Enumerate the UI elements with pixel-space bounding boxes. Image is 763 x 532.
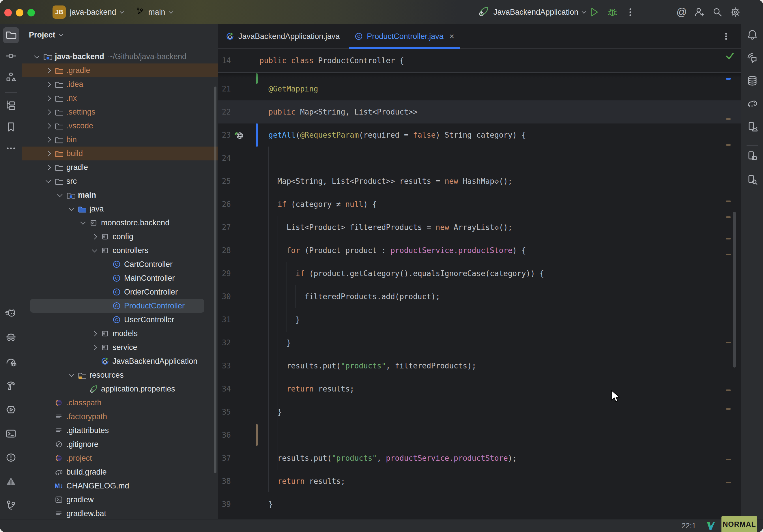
chevron-right-icon[interactable] [89,341,99,354]
tab-options-kebab-icon[interactable] [718,28,734,45]
tree-item-monostore-backend[interactable]: monostore.backend [22,216,218,230]
tree-item-service[interactable]: service [22,341,218,354]
tool-button-terminal[interactable] [3,426,19,442]
endpoint-globe-icon[interactable] [234,130,245,142]
tree-item--idea[interactable]: .idea [22,77,218,91]
chevron-down-icon[interactable] [78,216,88,230]
ai-assistant-button[interactable]: @ [674,4,690,20]
caret-position-widget[interactable]: 22:1 [681,521,696,530]
tree-item-application-properties[interactable]: application.properties [22,382,218,396]
tree-scrollbar[interactable] [214,86,216,473]
close-tab-icon[interactable]: × [449,32,455,41]
run-button[interactable] [587,4,602,20]
chevron-right-icon[interactable] [43,133,53,147]
branch-widget[interactable]: main [136,0,172,24]
vim-mode-badge[interactable]: NORMAL [721,516,757,532]
chevron-down-icon[interactable] [32,50,42,63]
tool-button-structure[interactable] [3,70,19,86]
chevron-right-icon[interactable] [89,327,99,341]
tree-item-resources[interactable]: resources [22,368,218,382]
inspections-ok-check-icon[interactable] [725,52,735,63]
zoom-window-button[interactable] [27,9,35,16]
tree-item-cartcontroller[interactable]: CCartController [22,257,218,271]
tree-item-controllers[interactable]: controllers [22,244,218,257]
chevron-right-icon[interactable] [43,105,53,119]
tree-item--gitignore[interactable]: .gitignore [22,437,218,451]
project-panel-header[interactable]: Project [29,31,62,40]
chevron-down-icon[interactable] [66,368,76,382]
tool-button-ai-cat[interactable] [3,306,19,323]
chevron-right-icon[interactable] [43,119,53,133]
ideavim-icon[interactable] [706,521,716,532]
tree-item--settings[interactable]: .settings [22,105,218,119]
chevron-right-icon[interactable] [43,147,53,160]
tree-item--classpath[interactable]: .classpath [22,396,218,410]
chevron-down-icon[interactable] [55,188,65,202]
tool-button-more-tools[interactable] [3,141,19,157]
tree-item-models[interactable]: models [22,327,218,341]
tree-item-javabackendapplication[interactable]: JavaBackendApplication [22,354,218,368]
tool-button-warnings[interactable] [3,474,19,490]
tree-item-gradle[interactable]: gradle [22,160,218,174]
tree-item-ordercontroller[interactable]: COrderController [22,285,218,299]
tool-button-device-manager[interactable] [744,119,760,136]
run-config-widget[interactable]: JavaBackendApplication [478,0,586,24]
tool-button-project[interactable] [3,27,19,43]
tree-item--project[interactable]: .project [22,451,218,465]
settings-button[interactable] [727,4,743,20]
tool-button-commit[interactable] [3,49,19,64]
tree-item-bin[interactable]: bin [22,133,218,147]
tool-button-gradle[interactable] [744,96,760,112]
tree-item-productcontroller[interactable]: CProductController [30,299,204,313]
chevron-right-icon[interactable] [43,91,53,105]
tool-button-database[interactable] [744,73,760,89]
tree-item--nx[interactable]: .nx [22,91,218,105]
tree-item--factorypath[interactable]: .factorypath [22,410,218,424]
tree-item-changelog-md[interactable]: M↓CHANGELOG.md [22,479,218,493]
search-everywhere-button[interactable] [709,4,725,20]
tool-button-services[interactable] [3,402,19,418]
tool-button-notifications[interactable] [744,27,760,44]
tree-item--gradle[interactable]: .gradle [22,63,218,77]
tool-button-profiler[interactable] [3,354,19,371]
tool-button-ai-assistant-tool[interactable] [744,51,760,67]
tool-button-build[interactable] [3,378,19,394]
tool-button-incognito[interactable] [3,330,19,347]
editor-tab-javabackendapplication-java[interactable]: JavaBackendApplication.java [218,24,347,49]
tree-item-src[interactable]: src [22,174,218,188]
editor-tab-productcontroller-java[interactable]: CProductController.java× [347,24,462,49]
tree-item-gradlew[interactable]: gradlew [22,493,218,507]
tool-button-problems[interactable] [3,450,19,466]
tree-item--vscode[interactable]: .vscode [22,119,218,133]
tree-item-main[interactable]: main [22,188,218,202]
editor-scrollbar[interactable] [733,212,736,368]
chevron-down-icon[interactable] [89,244,99,257]
project-widget[interactable]: java-backend [70,0,124,24]
tree-item-config[interactable]: config [22,230,218,244]
gutter-change-marker-brown[interactable] [256,424,258,446]
tool-button-bookmarks[interactable] [3,119,19,136]
minimize-window-button[interactable] [16,9,23,16]
tree-item-gradlew-bat[interactable]: gradlew.bat [22,507,218,519]
chevron-right-icon[interactable] [43,160,53,174]
chevron-down-icon[interactable] [43,174,53,188]
debug-button[interactable] [604,4,620,20]
chevron-right-icon[interactable] [43,77,53,91]
chevron-right-icon[interactable] [89,230,99,244]
tool-button-running-devices[interactable] [744,149,760,165]
chevron-right-icon[interactable] [43,63,53,77]
tool-button-git[interactable] [3,498,19,514]
code-editor[interactable]: 21 @GetMapping22 public Map<String, List… [218,49,741,519]
close-window-button[interactable] [4,9,12,16]
chevron-down-icon[interactable] [66,202,76,216]
more-actions-button[interactable] [622,4,638,20]
tree-item-build-gradle[interactable]: build.gradle [22,465,218,479]
tree-item-usercontroller[interactable]: CUserController [22,313,218,327]
code-with-me-button[interactable] [692,4,708,20]
tree-item-build[interactable]: build [22,147,218,160]
tool-button-hierarchy[interactable] [3,98,19,114]
tool-button-layout-inspector[interactable] [744,172,760,189]
tree-item-java-backend[interactable]: java-backend~/Github/java-backend [22,50,218,63]
tree-item--gitattributes[interactable]: .gitattributes [22,424,218,437]
tree-item-java[interactable]: java [22,202,218,216]
